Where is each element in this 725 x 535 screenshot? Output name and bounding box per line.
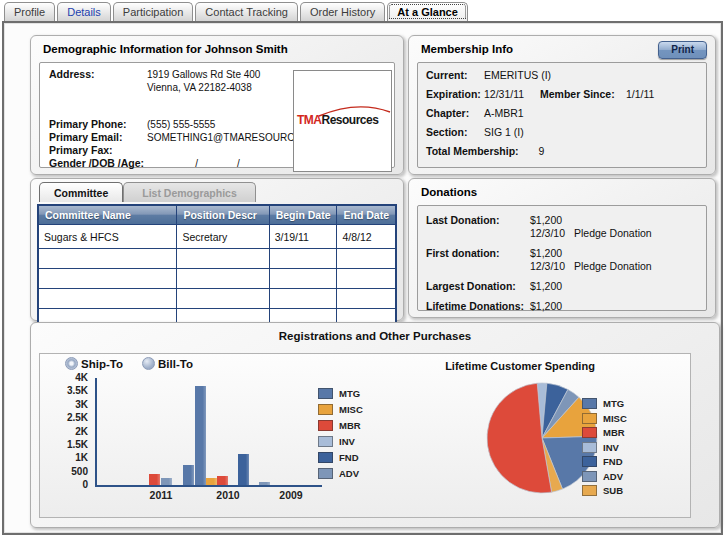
legend-label: MISC <box>339 404 363 415</box>
legend-item-adv: ADV <box>318 468 363 479</box>
legend-item-inv: INV <box>318 436 363 447</box>
fax-value <box>133 144 147 157</box>
chapter-value: A-MBR1 <box>484 107 524 119</box>
tab-details[interactable]: Details <box>57 2 111 21</box>
section-label: Section: <box>426 126 484 138</box>
legend-label: ADV <box>339 468 359 479</box>
legend-swatch-fnd <box>318 452 333 463</box>
member-since-label: Member Since: <box>540 88 626 100</box>
legend-item-misc: MISC <box>318 404 363 415</box>
y-tick: 0 <box>82 479 88 490</box>
legend-item-fnd: FND <box>582 456 627 467</box>
section-value: SIG 1 (I) <box>484 126 524 138</box>
first-donation-amount: $1,200 <box>530 247 562 260</box>
print-button[interactable]: Print <box>658 41 707 59</box>
tab-contact-tracking[interactable]: Contact Tracking <box>195 2 298 21</box>
bar-chart-yticks: 4K3.5K3K2.5K2K1.5K1K5000 <box>40 378 90 485</box>
bar-misc <box>206 478 217 485</box>
address-line1: 1919 Gallows Rd Ste 400 <box>133 68 260 81</box>
tma-resources-logo: TMAResources <box>297 113 378 127</box>
demographics-title: Demographic Information for Johnson Smit… <box>31 36 403 55</box>
total-membership-label: Total Membership: <box>426 145 519 157</box>
x-label: 2009 <box>266 489 316 501</box>
legend-item-mtg: MTG <box>582 398 627 409</box>
pie-chart-title: Lifetime Customer Spending <box>420 360 620 372</box>
logo-swoosh-icon <box>317 104 392 118</box>
tab-participation[interactable]: Participation <box>113 2 194 21</box>
legend-swatch-misc <box>318 404 333 415</box>
bar-chart-plot: 201120102009 <box>95 378 322 487</box>
email-label: Primary Email: <box>49 131 133 144</box>
legend-swatch-adv <box>582 471 597 482</box>
last-donation-type: Pledge Donation <box>574 227 652 240</box>
member-photo-frame: TMAResources <box>293 70 392 172</box>
lifetime-donations-label: Lifetime Donations: <box>426 300 530 313</box>
committee-table: Committee NamePosition DescrBegin DateEn… <box>37 204 397 330</box>
committee-table-body: Sugars & HFCSSecretary3/19/114/8/12 <box>38 225 396 330</box>
legend-label: MBR <box>339 420 361 431</box>
bar-mbr <box>217 476 228 485</box>
committee-panel: Committee List Demographics Committee Na… <box>30 178 404 321</box>
first-donation-date: 12/3/10 <box>530 260 574 273</box>
bar-legend: MTGMISCMBRINVFNDADV <box>318 388 363 484</box>
legend-item-mbr: MBR <box>582 427 627 438</box>
legend-swatch-inv <box>318 436 333 447</box>
legend-swatch-inv <box>582 442 597 453</box>
legend-label: INV <box>603 442 619 453</box>
legend-swatch-adv <box>318 468 333 479</box>
y-tick: 4K <box>75 372 88 383</box>
current-value: EMERITUS (I) <box>484 69 551 81</box>
legend-swatch-mbr <box>582 427 597 438</box>
first-donation-type: Pledge Donation <box>574 260 652 273</box>
y-tick: 3K <box>75 399 88 410</box>
y-tick: 2K <box>75 426 88 437</box>
legend-label: MBR <box>603 427 625 438</box>
phone-label: Primary Phone: <box>49 118 133 131</box>
tab-committee[interactable]: Committee <box>39 182 123 202</box>
member-since-value: 1/1/11 <box>626 88 654 100</box>
donations-box: Last Donation: $1,200 12/3/10 Pledge Don… <box>417 205 707 311</box>
chapter-label: Chapter: <box>426 107 484 119</box>
bar-fnd <box>238 454 249 485</box>
total-membership-value: 9 <box>539 145 545 157</box>
committee-col-header[interactable]: Position Descr <box>177 205 269 225</box>
committee-col-header[interactable]: Committee Name <box>38 205 177 225</box>
x-label: 2010 <box>203 489 253 501</box>
committee-row[interactable]: Sugars & HFCSSecretary3/19/114/8/12 <box>38 225 396 249</box>
last-donation-label: Last Donation: <box>426 214 530 227</box>
legend-label: MTG <box>339 388 360 399</box>
bar-mtg <box>195 386 206 485</box>
committee-empty-row <box>38 249 396 269</box>
committee-table-head-row: Committee NamePosition DescrBegin DateEn… <box>38 205 396 225</box>
fax-label: Primary Fax: <box>49 144 133 157</box>
committee-empty-row <box>38 289 396 309</box>
committee-col-header[interactable]: Begin Date <box>269 205 337 225</box>
bar-mtg <box>183 465 194 485</box>
bill-to-radio-icon <box>142 357 155 370</box>
y-tick: 3.5K <box>67 385 88 396</box>
legend-label: FND <box>603 456 623 467</box>
tab-at-a-glance[interactable]: At a Glance <box>387 2 468 21</box>
committee-col-header[interactable]: End Date <box>337 205 396 225</box>
y-tick: 1K <box>75 452 88 463</box>
gender-dob-age-value: / / <box>148 157 240 170</box>
committee-tab-bar: Committee List Demographics <box>39 182 256 202</box>
legend-swatch-mtg <box>582 398 597 409</box>
legend-item-mtg: MTG <box>318 388 363 399</box>
expiration-value: 12/31/11 <box>484 88 540 100</box>
legend-label: MTG <box>603 398 624 409</box>
bill-to-label: Bill-To <box>158 358 193 370</box>
tab-list-demographics[interactable]: List Demographics <box>123 182 256 202</box>
bill-to-radio[interactable]: Bill-To <box>142 357 193 370</box>
first-donation-label: First donation: <box>426 247 530 260</box>
ship-to-radio[interactable]: Ship-To <box>65 357 123 370</box>
tab-profile[interactable]: Profile <box>4 2 55 21</box>
donations-panel: Donations Last Donation: $1,200 12/3/10 … <box>408 178 716 318</box>
expiration-label: Expiration: <box>426 88 484 100</box>
largest-donation-label: Largest Donation: <box>426 280 530 293</box>
donations-title: Donations <box>409 179 715 198</box>
lifetime-donations-amount: $1,200 <box>530 300 562 313</box>
membership-box: Current: EMERITUS (I) Expiration: 12/31/… <box>417 62 707 168</box>
address-line2: Vienna, VA 22182-4038 <box>133 81 252 94</box>
tab-order-history[interactable]: Order History <box>300 2 385 21</box>
